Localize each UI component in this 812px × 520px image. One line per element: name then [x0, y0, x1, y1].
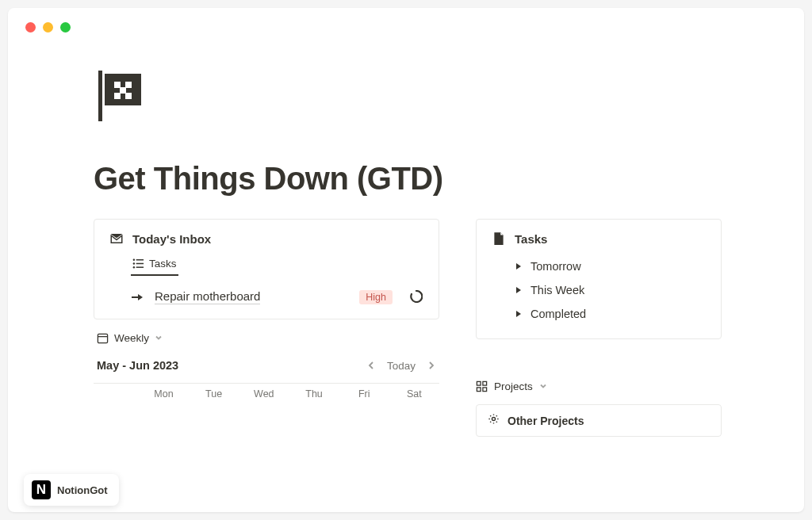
- svg-point-7: [133, 259, 135, 261]
- arrow-right-icon: [131, 291, 145, 304]
- svg-rect-12: [136, 266, 144, 268]
- chevron-down-icon: [155, 331, 163, 345]
- inbox-icon: [109, 231, 124, 247]
- calendar-icon: [97, 332, 109, 344]
- calendar-range: May - Jun 2023: [97, 359, 178, 372]
- board-icon: [476, 380, 488, 392]
- page-title[interactable]: Get Things Down (GTD): [94, 161, 725, 197]
- close-window-button[interactable]: [25, 22, 36, 32]
- notiongot-badge[interactable]: N NotionGot: [24, 474, 119, 506]
- svg-rect-15: [477, 381, 481, 385]
- task-group-tomorrow[interactable]: Tomorrow: [496, 254, 707, 278]
- inbox-card: Today's Inbox Tasks Repair motherboard: [94, 219, 439, 319]
- task-group-label: Tomorrow: [530, 260, 581, 273]
- list-icon: [132, 258, 144, 270]
- task-name[interactable]: Repair motherboard: [155, 289, 260, 304]
- calendar-weekdays: Mon Tue Wed Thu Fri Sat: [94, 383, 439, 400]
- priority-tag: High: [359, 290, 393, 304]
- calendar-prev-button[interactable]: [366, 361, 376, 370]
- svg-point-11: [133, 266, 135, 268]
- calendar-view-label: Weekly: [114, 332, 149, 344]
- calendar-next-button[interactable]: [427, 361, 436, 370]
- weekday-label: [94, 388, 139, 400]
- task-row[interactable]: Repair motherboard High: [109, 278, 424, 306]
- tasks-card-title: Tasks: [515, 232, 547, 246]
- tab-tasks[interactable]: Tasks: [131, 254, 178, 276]
- calendar-view-selector[interactable]: Weekly: [94, 331, 439, 345]
- svg-point-19: [492, 417, 495, 420]
- window-controls: [8, 8, 804, 32]
- weekday-label: Tue: [189, 388, 239, 400]
- weekday-label: Thu: [289, 388, 339, 400]
- page-icon: [491, 231, 507, 247]
- minimize-window-button[interactable]: [43, 22, 53, 32]
- svg-rect-17: [477, 387, 481, 391]
- inbox-title: Today's Inbox: [132, 232, 211, 246]
- weekday-label: Sat: [389, 388, 439, 400]
- caret-right-icon: [515, 307, 523, 321]
- task-group-this-week[interactable]: This Week: [496, 278, 707, 302]
- other-projects-card[interactable]: Other Projects: [476, 404, 722, 437]
- chevron-down-icon: [539, 379, 547, 393]
- status-icon: [410, 290, 424, 304]
- maximize-window-button[interactable]: [60, 22, 71, 32]
- svg-rect-10: [136, 263, 144, 265]
- task-group-label: Completed: [530, 308, 586, 320]
- weekday-label: Wed: [239, 388, 289, 400]
- task-group-completed[interactable]: Completed: [496, 302, 707, 326]
- weekday-label: Mon: [139, 388, 189, 400]
- svg-rect-5: [114, 93, 121, 99]
- svg-rect-4: [120, 87, 126, 94]
- svg-rect-8: [136, 259, 144, 261]
- notiongot-text: NotionGot: [57, 484, 108, 496]
- other-projects-label: Other Projects: [508, 415, 584, 427]
- notiongot-logo: N: [32, 480, 51, 499]
- calendar-today-button[interactable]: Today: [387, 360, 416, 372]
- gear-icon: [488, 413, 500, 428]
- caret-right-icon: [515, 283, 523, 297]
- task-group-label: This Week: [530, 284, 584, 296]
- svg-point-9: [133, 262, 135, 264]
- page-icon-flag[interactable]: [97, 71, 725, 121]
- caret-right-icon: [515, 259, 523, 273]
- svg-rect-6: [125, 93, 132, 99]
- app-window: Get Things Down (GTD) Today's Inbox Task…: [8, 8, 804, 512]
- tab-tasks-label: Tasks: [149, 258, 177, 270]
- tasks-card: Tasks Tomorrow This Week C: [476, 219, 722, 339]
- svg-rect-16: [483, 381, 487, 385]
- svg-rect-3: [125, 82, 132, 88]
- svg-rect-2: [114, 82, 121, 88]
- projects-label: Projects: [494, 380, 533, 392]
- svg-rect-0: [98, 71, 102, 121]
- weekday-label: Fri: [339, 388, 389, 400]
- svg-rect-18: [483, 387, 487, 391]
- projects-view-selector[interactable]: Projects: [476, 379, 722, 393]
- svg-rect-13: [98, 334, 107, 342]
